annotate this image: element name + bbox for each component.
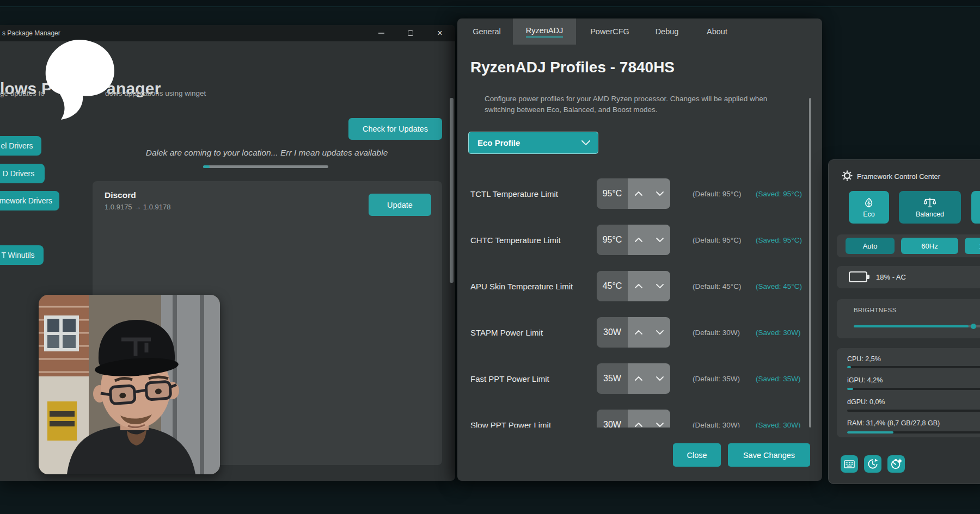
ryzenadj-window: General RyzenADJ PowerCFG Debug About Ry… [457,18,822,481]
scrollbar-thumb[interactable] [450,98,454,283]
stepper-value: 30W [597,317,628,348]
chevron-up-icon [635,330,642,335]
keyboard-settings-button[interactable] [841,455,858,473]
saved-value-text: (Saved: 95°C) [756,190,802,198]
chevron-down-icon [656,423,664,427]
default-value-text: (Default: 30W) [693,421,740,428]
increment-button[interactable] [628,271,649,301]
tctl-stepper: 95°C [597,178,670,209]
chevron-down-icon [656,191,664,196]
ryzenadj-scroll-area: RyzenADJ Profiles - 7840HS Configure pow… [457,18,822,428]
update-progress-fill [203,165,210,168]
panel-title: Framework Control Center [857,172,940,181]
decrement-button[interactable] [649,317,670,348]
check-for-updates-button[interactable]: Check for Updates [348,118,442,140]
page-subtitle-fragment-right: dows applications using winget [105,89,206,97]
cpu-usage-text: CPU: 2,5% [847,355,881,363]
default-value-text: (Default: 35W) [693,375,740,383]
mode-button-eco[interactable]: Eco [849,191,889,224]
chevron-up-icon [635,238,642,242]
chevron-down-icon [581,140,590,145]
history-refresh-button[interactable] [864,455,881,473]
default-value-text: (Default: 95°C) [693,190,741,198]
fan-tuning-button[interactable] [887,455,905,473]
refresh-rate-group: Auto 60Hz 1 [837,234,980,257]
chevron-down-icon [656,330,664,335]
close-dialog-button[interactable]: Close [673,443,721,467]
igpu-usage-bar [847,388,980,390]
setting-row-fast-ppt: Fast PPT Power Limit 35W (Default: 35W) … [470,363,811,394]
brightness-slider-handle[interactable] [971,324,976,329]
battery-status-row: 18% - AC [837,266,980,288]
app-name: Discord [105,190,136,200]
framework-drivers-button[interactable]: mework Drivers [0,191,59,210]
section-title: RyzenADJ Profiles - 7840HS [470,59,675,76]
increment-button[interactable] [628,178,649,209]
winutils-button[interactable]: T Winutils [0,245,44,265]
section-description: Configure power profiles for your AMD Ry… [485,94,767,115]
desktop: s Package Manager × lows P anager ge upd… [0,0,980,514]
refresh-rate-60hz-button[interactable]: 60Hz [901,238,958,254]
dgpu-usage-text: dGPU: 0,0% [847,398,885,406]
brightness-label: BRIGHTNESS [854,307,897,313]
webcam-overlay [39,295,220,474]
scales-icon [923,197,936,209]
saved-value-text: (Saved: 45°C) [756,282,802,290]
refresh-rate-auto-button[interactable]: Auto [846,238,895,254]
close-icon: × [437,29,442,38]
update-status-text: Dalek are coming to your location... Err… [142,148,392,158]
slow-ppt-stepper: 30W [597,410,670,428]
profile-select[interactable]: Eco Profile [468,132,598,154]
gear-icon [842,170,853,181]
chevron-up-icon [635,191,642,196]
saved-value-text: (Saved: 35W) [756,375,801,383]
webcam-portrait-image [39,295,220,474]
decrement-button[interactable] [649,271,670,301]
setting-row-stapm: STAPM Power Limit 30W (Default: 30W) (Sa… [470,317,811,348]
refresh-rate-partial-button[interactable]: 1 [965,238,980,254]
increment-button[interactable] [628,410,649,428]
maximize-button[interactable] [401,25,420,41]
chtc-stepper: 95°C [597,225,670,255]
scrollbar[interactable] [809,98,811,428]
amd-drivers-button[interactable]: D Drivers [0,164,45,183]
chevron-down-icon [656,376,664,381]
decrement-button[interactable] [649,410,670,428]
close-button[interactable]: × [431,25,449,41]
leaf-icon [863,197,875,209]
brightness-slider[interactable] [854,325,980,327]
increment-button[interactable] [628,363,649,394]
clock-refresh-icon [867,459,878,469]
brightness-card: BRIGHTNESS [837,299,980,338]
default-value-text: (Default: 45°C) [693,282,741,290]
mode-button-balanced[interactable]: Balanced [899,191,961,224]
save-changes-button[interactable]: Save Changes [728,443,810,467]
gauge-gear-icon [891,459,902,469]
saved-value-text: (Saved: 30W) [756,329,801,337]
brightness-fill [854,325,969,327]
chevron-up-icon [635,284,642,288]
decrement-button[interactable] [649,225,670,255]
update-button[interactable]: Update [369,194,431,216]
stepper-value: 35W [597,363,628,394]
dgpu-usage-bar [847,410,980,412]
chevron-down-icon [656,238,664,242]
ram-usage-text: RAM: 31,4% (8,7 GB/27,8 GB) [847,419,940,427]
minimize-icon [378,33,384,34]
keyboard-icon [844,460,855,468]
decrement-button[interactable] [649,178,670,209]
chevron-up-icon [635,376,642,381]
ram-usage-bar [847,431,980,434]
minimize-button[interactable] [372,25,390,41]
intel-drivers-button[interactable]: el Drivers [0,136,41,156]
stapm-stepper: 30W [597,317,670,348]
decrement-button[interactable] [649,363,670,394]
mode-button-boost-partial[interactable] [971,191,980,224]
white-blob-overlay [38,37,120,121]
setting-row-chtc: CHTC Temperature Limit 95°C (Default: 95… [470,225,811,255]
default-value-text: (Default: 95°C) [693,236,741,244]
igpu-usage-text: iGPU: 4,2% [847,376,883,384]
increment-button[interactable] [628,317,649,348]
stepper-value: 95°C [597,225,628,255]
increment-button[interactable] [628,225,649,255]
